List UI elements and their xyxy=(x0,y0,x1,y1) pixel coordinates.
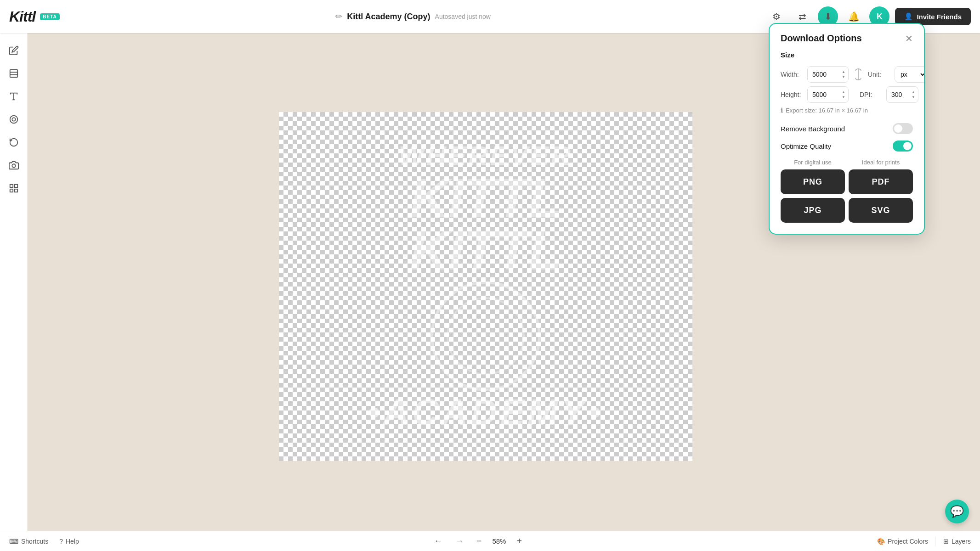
optimize-quality-toggle[interactable] xyxy=(893,141,913,152)
dpi-label: DPI: xyxy=(860,91,883,98)
sidebar-item-history[interactable] xyxy=(4,132,24,152)
optimize-quality-label: Optimize Quality xyxy=(781,142,831,150)
modal-close-button[interactable]: ✕ xyxy=(905,34,913,43)
export-info: ℹ Export size: 16.67 in × 16.67 in xyxy=(781,107,913,114)
design-circle-inner xyxy=(447,297,525,375)
sidebar xyxy=(0,33,28,531)
unit-label: Unit: xyxy=(868,71,891,78)
dpi-down-button[interactable]: ▼ xyxy=(911,95,916,100)
svg-rect-8 xyxy=(10,185,12,187)
bottom-center: ← → − 58% + xyxy=(431,534,526,548)
png-button[interactable]: PNG xyxy=(781,169,845,194)
design-bottom-text: •ACADEMY• xyxy=(367,391,603,433)
divider xyxy=(935,537,936,546)
size-section-label: Size xyxy=(781,51,913,59)
project-title: Kittl Academy (Copy) xyxy=(347,12,430,22)
dpi-input-wrapper: ▲ ▼ xyxy=(886,86,918,103)
height-input-wrapper: ▲ ▼ xyxy=(807,86,849,103)
export-info-text: Export size: 16.67 in × 16.67 in xyxy=(786,107,868,114)
svg-rect-11 xyxy=(14,189,17,192)
design-content: WHEREVER KITTLKITTL •ACADEMY• xyxy=(367,140,603,433)
zoom-value: 58% xyxy=(489,537,509,545)
shortcuts-link[interactable]: ⌨ Shortcuts xyxy=(9,538,48,545)
svg-rect-10 xyxy=(10,189,12,192)
design-mid-text: KITTLKITTL xyxy=(367,172,603,276)
height-up-button[interactable]: ▲ xyxy=(841,90,846,95)
invite-icon: 👤 xyxy=(904,12,913,21)
header-center: ✏ Kittl Academy (Copy) Autosaved just no… xyxy=(335,11,491,22)
format-section: For digital use Ideal for prints PNG PDF… xyxy=(781,159,913,223)
height-spinners: ▲ ▼ xyxy=(841,90,846,100)
undo-button[interactable]: ← xyxy=(431,534,446,548)
dpi-spinners: ▲ ▼ xyxy=(911,90,916,100)
shortcuts-label: Shortcuts xyxy=(21,538,48,545)
zoom-controls: − 58% + xyxy=(473,534,526,548)
remove-bg-label: Remove Background xyxy=(781,125,845,133)
svg-point-5 xyxy=(12,118,15,121)
format-grid: PNG PDF JPG SVG xyxy=(781,169,913,223)
app-logo: Kittl xyxy=(9,8,35,25)
remove-bg-knob xyxy=(894,124,902,133)
optimize-quality-row: Optimize Quality xyxy=(781,141,913,152)
layers-icon: ⊞ xyxy=(943,538,949,545)
download-modal-overlay: Download Options ✕ Size Width: ▲ ▼ xyxy=(769,23,925,235)
svg-point-7 xyxy=(12,164,15,167)
project-colors-button[interactable]: 🎨 Project Colors xyxy=(877,538,928,545)
width-field-group: Width: ▲ ▼ xyxy=(781,66,849,83)
sidebar-item-grid[interactable] xyxy=(4,178,24,198)
dpi-up-button[interactable]: ▲ xyxy=(911,90,916,95)
pencil-icon: ✏ xyxy=(335,11,342,22)
height-field-group: Height: ▲ ▼ xyxy=(781,86,849,103)
sidebar-item-layers[interactable] xyxy=(4,63,24,84)
canvas-board: WHEREVER KITTLKITTL •ACADEMY• xyxy=(279,112,692,461)
svg-point-6 xyxy=(10,116,17,124)
format-header: For digital use Ideal for prints xyxy=(781,159,913,166)
layers-button[interactable]: ⊞ Layers xyxy=(943,538,971,545)
dpi-field-group: DPI: ▲ ▼ xyxy=(860,86,918,103)
modal-header: Download Options ✕ xyxy=(770,24,924,51)
link-icon xyxy=(854,68,862,81)
width-up-button[interactable]: ▲ xyxy=(841,70,846,74)
zoom-out-button[interactable]: − xyxy=(473,534,486,548)
remove-bg-row: Remove Background xyxy=(781,123,913,134)
sidebar-item-shapes[interactable] xyxy=(4,109,24,129)
canvas-text-overlay: WHEREVER KITTLKITTL •ACADEMY• xyxy=(279,112,692,461)
svg-rect-9 xyxy=(14,185,17,187)
unit-select[interactable]: px in mm xyxy=(895,66,925,83)
jpg-button[interactable]: JPG xyxy=(781,198,845,223)
width-label: Width: xyxy=(781,71,804,78)
invite-label: Invite Friends xyxy=(917,13,962,21)
bottom-bar: ⌨ Shortcuts ? Help ← → − 58% + 🎨 Project… xyxy=(0,531,980,551)
svg-rect-0 xyxy=(10,70,17,78)
project-colors-icon: 🎨 xyxy=(877,538,885,545)
width-spinners: ▲ ▼ xyxy=(841,70,846,79)
unit-field-group: Unit: px in mm xyxy=(868,66,925,83)
height-down-button[interactable]: ▼ xyxy=(841,95,846,100)
design-circle xyxy=(431,281,541,391)
canvas-wrapper: WHEREVER KITTLKITTL •ACADEMY• xyxy=(279,112,692,461)
info-icon: ℹ xyxy=(781,107,783,114)
zoom-in-button[interactable]: + xyxy=(513,534,526,548)
sidebar-item-edit[interactable] xyxy=(4,40,24,61)
bottom-right: 🎨 Project Colors ⊞ Layers xyxy=(877,537,971,546)
autosave-status: Autosaved just now xyxy=(435,13,491,20)
bottom-left: ⌨ Shortcuts ? Help xyxy=(9,538,79,545)
sidebar-item-camera[interactable] xyxy=(4,155,24,175)
shortcuts-icon: ⌨ xyxy=(9,538,18,545)
help-icon: ? xyxy=(59,538,63,545)
chat-button[interactable]: 💬 xyxy=(945,500,969,523)
sidebar-item-text[interactable] xyxy=(4,86,24,107)
help-label: Help xyxy=(66,538,79,545)
svg-button[interactable]: SVG xyxy=(849,198,913,223)
height-row: Height: ▲ ▼ DPI: ▲ xyxy=(781,86,913,103)
help-link[interactable]: ? Help xyxy=(59,538,79,545)
download-modal: Download Options ✕ Size Width: ▲ ▼ xyxy=(769,23,925,235)
remove-bg-toggle[interactable] xyxy=(893,123,913,134)
header-left: Kittl BETA xyxy=(9,8,60,25)
width-down-button[interactable]: ▼ xyxy=(841,75,846,79)
modal-title: Download Options xyxy=(781,33,862,44)
pdf-button[interactable]: PDF xyxy=(849,169,913,194)
modal-body: Size Width: ▲ ▼ Unit xyxy=(770,51,924,234)
layers-label: Layers xyxy=(952,538,971,545)
redo-button[interactable]: → xyxy=(452,534,467,548)
